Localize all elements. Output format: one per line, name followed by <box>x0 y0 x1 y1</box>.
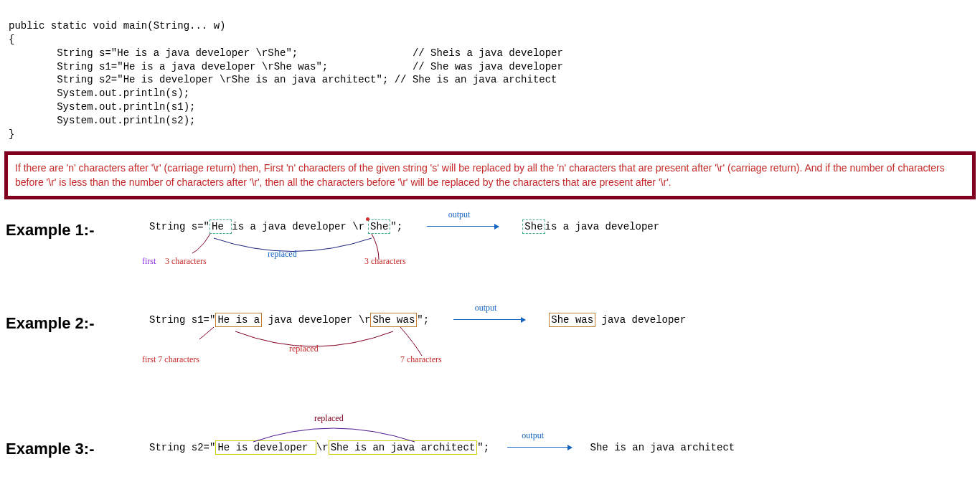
output-prefix: She was <box>549 313 595 327</box>
code-text: is a java developer \r <box>232 221 364 232</box>
red-dot-icon <box>366 217 369 221</box>
code-text: String s=" <box>149 221 209 232</box>
highlighted-after: She <box>368 219 390 234</box>
code-line: String s1="He is a java developer \rShe … <box>9 61 563 72</box>
code-text: String s2=" <box>149 442 215 453</box>
output-text: java developer <box>595 314 686 326</box>
annotation-replaced: replaced <box>268 249 297 260</box>
highlighted-before: He is a <box>215 313 262 327</box>
highlighted-after: She was <box>370 313 417 327</box>
code-line: } <box>9 128 14 140</box>
highlighted-before: He <box>209 219 232 234</box>
example-1: Example 1:- String s="He is a java devel… <box>0 221 980 278</box>
output-text: is a java developer <box>545 221 660 232</box>
annotation-arrows <box>199 326 522 365</box>
annotation-replaced: replaced <box>289 344 319 354</box>
output-text: She is an java architect <box>590 442 735 453</box>
code-text: java developer \r <box>262 314 370 326</box>
code-line: { <box>9 34 14 45</box>
code-line: String s2="He is developer \rShe is an j… <box>9 74 557 85</box>
java-code-block: public static void main(String... w) { S… <box>0 0 980 147</box>
output-prefix: She <box>522 219 545 234</box>
output-label: output <box>475 303 497 313</box>
arrow-icon <box>507 447 572 448</box>
explanation-box: If there are 'n' characters after '\r' (… <box>4 151 976 199</box>
annotation-len2: length=24 <box>364 457 400 458</box>
annotation-first7: first 7 characters <box>142 354 199 365</box>
annotation-len1: length=15 <box>232 457 267 458</box>
annotation-arrows <box>192 232 479 268</box>
annotation-first: first <box>142 256 156 267</box>
example-3: Example 3:- replaced String s2="He is de… <box>0 422 980 458</box>
example-1-label: Example 1:- <box>6 221 149 240</box>
annotation-3chars-b: 3 characters <box>364 256 406 267</box>
output-label: output <box>522 430 544 441</box>
arrow-icon <box>427 226 499 227</box>
output-label: output <box>448 209 471 220</box>
code-text: "; <box>390 221 402 232</box>
code-line: String s="He is a java developer \rShe";… <box>9 47 563 59</box>
annotation-3chars-a: 3 characters <box>165 256 207 267</box>
code-text: String s1=" <box>149 314 215 326</box>
annotation-7chars: 7 characters <box>400 354 442 365</box>
example-3-label: Example 3:- <box>6 440 149 458</box>
code-text: "; <box>477 442 489 453</box>
arrow-icon <box>453 319 525 320</box>
arc-icon <box>246 422 461 443</box>
code-line: public static void main(String... w) <box>9 20 225 32</box>
example-2: Example 2:- String s1="He is a java deve… <box>0 314 980 379</box>
example-2-label: Example 2:- <box>6 314 149 333</box>
code-line: System.out.println(s1); <box>9 101 195 113</box>
explanation-text: If there are 'n' characters after '\r' (… <box>15 162 945 188</box>
code-text: \r <box>316 442 329 453</box>
code-text: "; <box>417 314 429 326</box>
code-line: System.out.println(s); <box>9 88 189 99</box>
code-line: System.out.println(s2); <box>9 115 195 126</box>
